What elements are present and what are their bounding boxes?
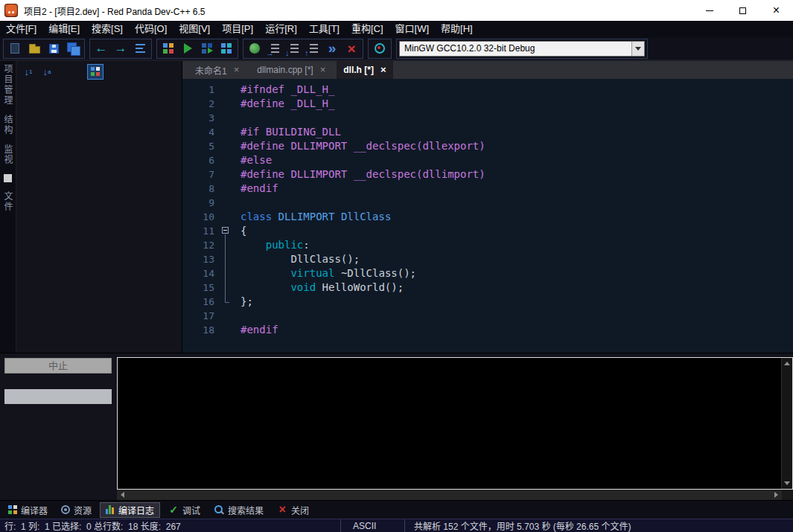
continue-button[interactable]: [322, 39, 342, 57]
bottom-tab-close[interactable]: 关闭: [272, 502, 314, 518]
window-controls: ×: [692, 0, 793, 21]
scroll-left-arrow-icon[interactable]: [121, 492, 124, 498]
save-button[interactable]: [44, 39, 63, 57]
code-token: #define DLLIMPORT __declspec(dllexport): [241, 140, 485, 152]
sort-by-type-button[interactable]: [20, 64, 36, 80]
line-number: 4: [182, 125, 220, 139]
bottom-tabbar: 编译器资源编译日志调试搜索结果关闭: [0, 500, 793, 519]
profile-button[interactable]: [370, 39, 389, 57]
menu-item[interactable]: 搜索[S]: [86, 21, 129, 37]
step-out-button[interactable]: [303, 39, 322, 57]
menu-item[interactable]: 帮助[H]: [435, 21, 479, 37]
line-number: 14: [182, 266, 220, 281]
scroll-down-arrow-icon[interactable]: [784, 481, 790, 485]
minimize-button[interactable]: [692, 0, 726, 21]
output-vertical-scrollbar[interactable]: [781, 358, 792, 489]
editor-tab[interactable]: dll.h [*]×: [337, 61, 392, 79]
bottom-tab-compile-log[interactable]: 编译日志: [100, 502, 160, 518]
abort-button[interactable]: 中止: [4, 358, 112, 374]
menu-item[interactable]: 运行[R]: [259, 21, 303, 37]
line-number: 17: [182, 309, 220, 323]
new-file-icon: [10, 43, 19, 54]
compiler-select-frame: MinGW GCC10.2.0 32-bit Debug: [396, 39, 648, 59]
code-token: #endif: [241, 324, 278, 336]
maximize-button[interactable]: [726, 0, 759, 21]
menu-item[interactable]: 窗口[W]: [389, 21, 436, 37]
tab-close-icon[interactable]: ×: [320, 65, 326, 74]
menu-item[interactable]: 编辑[E]: [42, 21, 86, 37]
sort-alphabetically-icon: [43, 66, 51, 77]
code-line: 14 virtual ~DllClass();: [182, 266, 793, 281]
stop-button[interactable]: [342, 39, 361, 57]
line-number: 2: [182, 97, 220, 111]
close-red-icon: [277, 504, 287, 515]
code-text: #endif: [233, 323, 278, 337]
editor-tab-label: dll.h [*]: [343, 65, 374, 75]
menu-item[interactable]: 视图[V]: [173, 21, 216, 37]
fold-minus-marker[interactable]: [220, 224, 233, 238]
close-button[interactable]: ×: [759, 0, 793, 21]
output-horizontal-scrollbar[interactable]: [117, 490, 782, 500]
side-tab-4[interactable]: 文件: [1, 191, 14, 212]
code-text: #define _DLL_H_: [233, 97, 334, 111]
menu-item[interactable]: 重构[C]: [345, 21, 389, 37]
fold-box-icon: [222, 227, 229, 234]
code-text: [233, 111, 241, 125]
scroll-right-arrow-icon[interactable]: [774, 492, 778, 498]
code-text: };: [233, 295, 253, 309]
code-token: #endif: [241, 182, 278, 194]
step-over-button[interactable]: [264, 39, 284, 57]
project-tree[interactable]: [16, 82, 182, 353]
save-all-button[interactable]: [63, 39, 83, 57]
new-file-button[interactable]: [5, 39, 25, 57]
side-tab-2[interactable]: 结构: [1, 115, 14, 135]
code-line: 12 public:: [182, 238, 793, 252]
menu-item[interactable]: 项目[P]: [216, 21, 259, 37]
fold-cell: [220, 83, 233, 97]
bottom-tab-compiler[interactable]: 编译器: [3, 502, 53, 518]
step-into-button[interactable]: [284, 39, 303, 57]
code-text: #ifndef _DLL_H_: [233, 83, 334, 97]
code-text: #if BUILDING_DLL: [233, 125, 341, 139]
compile-button[interactable]: [159, 39, 178, 57]
parse-info-status: 共解析 152 个文件，用时 5.703 秒 (每秒 26.65 个文件): [405, 519, 793, 532]
bottom-tab-debug[interactable]: 调试: [163, 502, 206, 518]
menu-item[interactable]: 代码[O]: [129, 21, 173, 37]
code-text: {: [233, 224, 246, 238]
code-line: 8#endif: [182, 182, 793, 196]
bottom-tab-search-results[interactable]: 搜索结果: [208, 502, 269, 518]
menu-item[interactable]: 工具[T]: [303, 21, 345, 37]
class-view-toggle[interactable]: [87, 64, 103, 80]
forward-button[interactable]: [111, 39, 130, 57]
menu-item[interactable]: 文件[F]: [0, 21, 42, 37]
run-button[interactable]: [178, 39, 197, 57]
goto-line-button[interactable]: [130, 39, 150, 57]
bottom-tab-resource[interactable]: 资源: [56, 502, 97, 518]
open-folder-button[interactable]: [25, 39, 44, 57]
compile-log-output[interactable]: [117, 357, 793, 490]
rebuild-icon: [221, 43, 232, 54]
compiler-select[interactable]: MinGW GCC10.2.0 32-bit Debug: [399, 41, 645, 57]
step-into-icon: [287, 43, 299, 54]
line-number: 1: [182, 83, 220, 97]
fold-cell: [220, 111, 233, 125]
code-token: [241, 281, 290, 293]
editor-tab[interactable]: 未命名1×: [188, 61, 246, 79]
code-text: [233, 196, 241, 210]
compile-run-button[interactable]: [197, 39, 217, 57]
code-editor[interactable]: 1#ifndef _DLL_H_2#define _DLL_H_34#if BU…: [182, 79, 793, 353]
sort-alphabetically-button[interactable]: [39, 64, 55, 80]
side-tab-3[interactable]: 监视: [1, 144, 14, 165]
debug-button[interactable]: [245, 39, 264, 57]
editor-tab-label: dllmain.cpp [*]: [257, 65, 313, 75]
editor-tab[interactable]: dllmain.cpp [*]×: [250, 61, 332, 79]
side-tab-1[interactable]: 项目管理: [1, 64, 14, 106]
chevron-down-icon[interactable]: [631, 42, 644, 56]
tab-close-icon[interactable]: ×: [234, 65, 240, 74]
code-text: DllClass();: [233, 252, 360, 266]
rebuild-button[interactable]: [217, 39, 236, 57]
tab-close-icon[interactable]: ×: [380, 65, 386, 74]
back-button[interactable]: [92, 39, 111, 57]
scroll-up-arrow-icon[interactable]: [784, 362, 790, 365]
code-token: #if BUILDING_DLL: [241, 126, 341, 138]
